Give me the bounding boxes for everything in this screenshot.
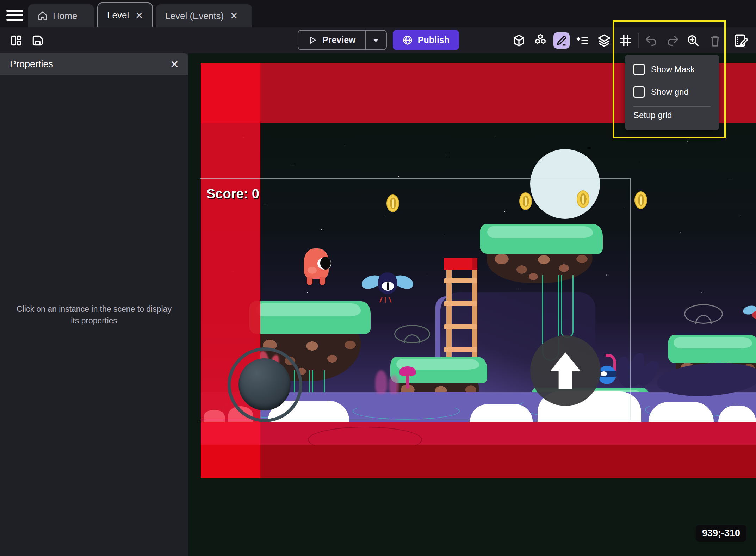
score-hud-text: Score: 0 (206, 186, 259, 202)
preview-label: Preview (322, 35, 356, 45)
panels-layout-icon[interactable] (9, 33, 24, 48)
star-decoration (293, 165, 293, 166)
scene-red-border-bottom[interactable] (201, 422, 756, 445)
edit-pencil-icon[interactable] (553, 32, 570, 49)
star-decoration (448, 155, 448, 155)
red-swirl-decoration (308, 427, 422, 453)
save-icon[interactable] (30, 33, 45, 48)
objects-list-icon[interactable] (575, 33, 590, 48)
highlight-rectangle (613, 20, 726, 138)
panel-title: Properties (10, 59, 53, 70)
eye-decoration[interactable] (684, 304, 723, 324)
hamburger-menu-icon[interactable] (6, 7, 23, 20)
instances-icon[interactable] (533, 33, 548, 48)
star-decoration (687, 141, 688, 142)
close-icon[interactable]: ✕ (134, 10, 144, 21)
3d-box-icon[interactable] (512, 33, 526, 48)
preview-options-button[interactable] (366, 30, 387, 50)
panel-empty-hint: Click on an instance in the scene to dis… (14, 303, 174, 327)
star-decoration (680, 232, 681, 233)
events-sheet-icon[interactable] (733, 33, 748, 48)
star-decoration (398, 176, 399, 177)
star-decoration (701, 292, 702, 293)
preview-button[interactable]: Preview (298, 30, 366, 50)
close-icon[interactable]: ✕ (229, 11, 239, 21)
game-viewport-frame (200, 178, 631, 420)
star-decoration (751, 264, 751, 265)
platform-grass[interactable] (668, 335, 756, 363)
publish-label: Publish (418, 35, 450, 45)
scene-red-border-bottom-dark (201, 445, 756, 478)
home-icon (37, 11, 48, 21)
publish-button[interactable]: Publish (393, 30, 459, 50)
fly-enemy-sprite[interactable] (743, 304, 756, 320)
cloud-sprite (649, 402, 714, 422)
coin-sprite[interactable] (634, 191, 647, 209)
chevron-down-icon (371, 36, 380, 45)
play-icon (308, 35, 317, 45)
star-decoration (346, 144, 346, 145)
tab-label: Level (Events) (165, 11, 224, 21)
globe-icon (402, 35, 413, 45)
star-decoration (740, 215, 741, 215)
properties-panel-header: Properties ✕ (0, 53, 188, 75)
close-icon[interactable]: ✕ (170, 58, 179, 70)
star-decoration (589, 148, 589, 148)
star-decoration (494, 137, 494, 138)
star-decoration (730, 179, 730, 180)
tab-level[interactable]: Level ✕ (97, 2, 153, 27)
star-decoration (638, 162, 639, 162)
tab-home[interactable]: Home (28, 4, 94, 27)
preview-button-group: Preview (298, 30, 387, 50)
layers-icon[interactable] (597, 33, 612, 48)
tab-level-events[interactable]: Level (Events) ✕ (156, 4, 252, 27)
cursor-coordinates: 939;-310 (696, 525, 746, 542)
properties-panel: Properties ✕ Click on an instance in the… (0, 53, 188, 556)
tab-label: Home (53, 11, 77, 21)
tab-label: Level (107, 10, 129, 21)
